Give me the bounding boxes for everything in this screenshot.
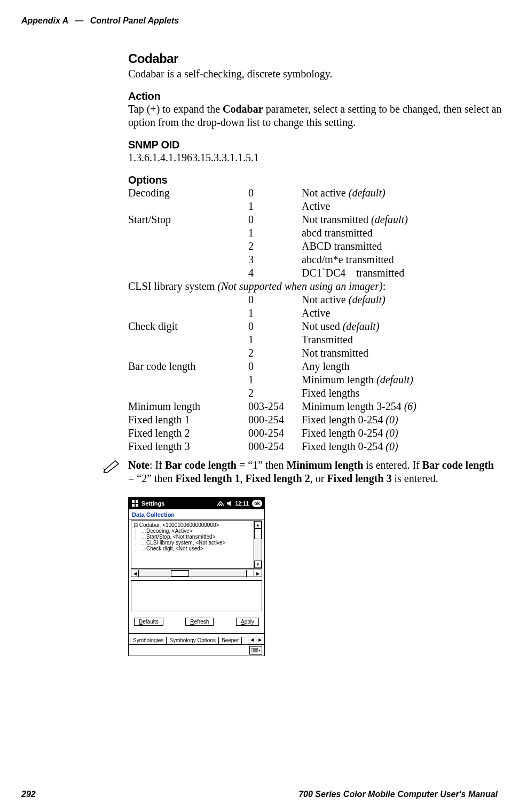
connectivity-icon[interactable] (217, 500, 224, 507)
heading-snmp-oid: SNMP OID (128, 139, 502, 151)
option-code: 000-254 (248, 427, 302, 440)
option-name (128, 253, 248, 266)
option-name (128, 346, 248, 360)
option-desc: abcd transmitted (302, 226, 502, 240)
svg-rect-2 (132, 504, 135, 507)
scroll-thumb[interactable] (171, 570, 189, 577)
option-code: 0 (248, 293, 302, 306)
running-header: Appendix A — Control Panel Applets (21, 16, 498, 26)
option-code: 1 (248, 306, 302, 320)
tab-symbologies[interactable]: Symbologies (130, 637, 167, 644)
heading-codabar: Codabar (128, 51, 502, 66)
option-code: 4 (248, 266, 302, 280)
tab-scroll-right-icon[interactable]: ▶ (256, 635, 264, 644)
value-list-panel[interactable] (131, 580, 262, 611)
speaker-icon[interactable] (226, 500, 233, 507)
note-icon (103, 459, 122, 474)
pda-window-title: Data Collection (129, 509, 264, 519)
option-name: Minimum length (128, 400, 248, 413)
header-dash: — (75, 16, 83, 25)
heading-action: Action (128, 90, 502, 103)
option-desc: abcd/tn*e transmitted (302, 253, 502, 266)
option-code: 000-254 (248, 440, 302, 453)
option-code: 0 (248, 320, 302, 333)
option-desc: DC1`DC4 transmitted (302, 266, 502, 280)
option-code: 0 (248, 186, 302, 200)
running-footer: 292 700 Series Color Mobile Computer Use… (21, 790, 498, 799)
pda-screenshot: Settings 12:11 ok Data Collection Codab (128, 497, 265, 656)
option-desc: Active (302, 200, 502, 213)
start-icon[interactable] (131, 499, 139, 508)
scroll-left-icon[interactable]: ◀ (131, 570, 139, 577)
option-code: 2 (248, 346, 302, 360)
manual-title: 700 Series Color Mobile Computer User's … (298, 790, 498, 799)
option-code: 1 (248, 226, 302, 240)
option-desc: Not transmitted (default) (302, 213, 502, 226)
option-code: 000-254 (248, 413, 302, 427)
options-table-part1: Decoding0Not active (default)1ActiveStar… (128, 186, 502, 280)
option-name: Start/Stop (128, 213, 248, 226)
heading-options: Options (128, 174, 502, 186)
option-desc: Not active (default) (302, 186, 502, 200)
tabs-row: Symbologies Symbology Options Beeper ◀ ▶ (129, 633, 264, 644)
option-code: 1 (248, 333, 302, 346)
pda-clock: 12:11 (235, 501, 249, 507)
option-desc: Not used (default) (302, 320, 502, 333)
note-text: Note: If Bar code length = “1” then Mini… (128, 459, 502, 485)
tree-item[interactable]: CLSI library system, <Not active> (133, 540, 261, 546)
option-desc: ABCD transmitted (302, 240, 502, 253)
tab-scroll-left-icon[interactable]: ◀ (248, 635, 256, 644)
option-desc: Active (302, 306, 502, 320)
options-table-part2: 0Not active (default)1ActiveCheck digit0… (128, 293, 502, 453)
option-code: 1 (248, 200, 302, 213)
pda-topbar-title: Settings (141, 500, 164, 507)
scroll-thumb[interactable] (254, 529, 262, 539)
option-name (128, 240, 248, 253)
ok-button[interactable]: ok (252, 500, 262, 507)
option-desc: Fixed length 0-254 (0) (302, 440, 502, 453)
option-code: 2 (248, 240, 302, 253)
option-desc: Transmitted (302, 333, 502, 346)
defaults-button[interactable]: Defaults (134, 618, 163, 626)
option-desc: Minimum length 3-254 (6) (302, 400, 502, 413)
option-name (128, 293, 248, 306)
svg-rect-3 (136, 504, 138, 507)
header-appendix-letter: A (62, 16, 68, 25)
option-desc: Minimum length (default) (302, 373, 502, 387)
horizontal-scrollbar[interactable]: ◀ ▶ (131, 570, 262, 577)
option-desc: Fixed length 0-254 (0) (302, 427, 502, 440)
refresh-button[interactable]: Refresh (185, 618, 214, 626)
tab-beeper[interactable]: Beeper (218, 637, 242, 644)
option-desc: Fixed length 0-254 (0) (302, 413, 502, 427)
option-code: 003-254 (248, 400, 302, 413)
header-appendix: Appendix (21, 16, 60, 25)
option-desc: Fixed lengths (302, 387, 502, 400)
clsi-line: CLSI library system (Not supported when … (128, 280, 502, 293)
tree-item[interactable]: Start/Stop, <Not transmitted> (133, 534, 261, 540)
tree-item[interactable]: Decoding, <Active> (133, 528, 261, 534)
action-text: Tap (+) to expand the Codabar parameter,… (128, 103, 502, 129)
header-section: Control Panel Applets (90, 16, 179, 25)
option-name: Bar code length (128, 360, 248, 373)
codabar-description: Codabar is a self-checking, discrete sym… (128, 67, 502, 81)
pda-bottom-bar: ▴ (129, 644, 264, 656)
scroll-track[interactable] (139, 570, 247, 577)
scroll-up-icon[interactable]: ▲ (254, 521, 262, 529)
pda-topbar: Settings 12:11 ok (129, 498, 264, 509)
tree-root[interactable]: Codabar, <10001006000000000> (133, 522, 261, 528)
apply-button[interactable]: Apply (236, 618, 259, 626)
option-desc: Not transmitted (302, 346, 502, 360)
scroll-right-icon[interactable]: ▶ (254, 570, 262, 577)
vertical-scrollbar[interactable]: ▲ ▼ (254, 521, 262, 568)
tree-panel[interactable]: Codabar, <10001006000000000> Decoding, <… (131, 521, 262, 569)
tree-item[interactable]: Check digit, <Not used> (133, 546, 261, 551)
keyboard-icon[interactable]: ▴ (249, 646, 262, 655)
option-code: 1 (248, 373, 302, 387)
scroll-down-icon[interactable]: ▼ (254, 561, 262, 568)
svg-rect-0 (132, 500, 135, 503)
option-desc: Not active (default) (302, 293, 502, 306)
tab-symbology-options[interactable]: Symbology Options (166, 637, 219, 644)
option-name (128, 226, 248, 240)
option-code: 3 (248, 253, 302, 266)
svg-rect-1 (136, 500, 138, 503)
